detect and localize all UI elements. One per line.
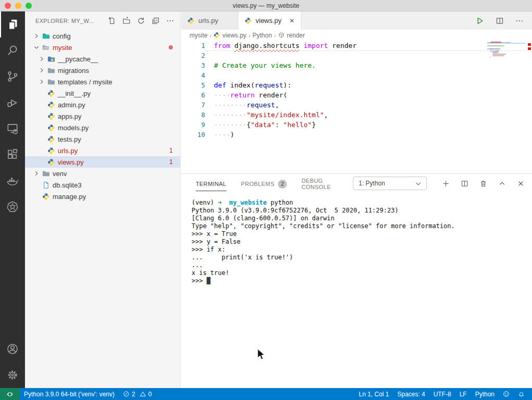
code-line-3[interactable]: 3# Create your views here.	[181, 60, 532, 70]
collapse-all-button[interactable]	[150, 15, 161, 27]
explorer-icon	[6, 18, 20, 31]
editor-tab-views-py[interactable]: views.py✕	[238, 11, 301, 30]
breadcrumb-item-render[interactable]: render	[278, 32, 305, 39]
breadcrumb-item-Python[interactable]: Python	[252, 32, 272, 39]
chevron-spacer	[37, 123, 46, 132]
code-line-10[interactable]: 10····)	[181, 130, 532, 140]
breadcrumb-item-mysite[interactable]: mysite	[189, 32, 208, 39]
new-folder-button[interactable]	[121, 15, 132, 27]
code-token: x is true!	[192, 269, 229, 277]
tree-item-label: __init__.py	[58, 90, 91, 97]
new-terminal-button[interactable]	[440, 178, 451, 189]
tree-item-manage-py[interactable]: manage.py	[25, 191, 180, 202]
code-token: ········	[214, 101, 247, 109]
terminal-picker-dropdown[interactable]: 1: Python	[353, 177, 427, 190]
code-token: ➜	[218, 199, 222, 206]
split-terminal-button[interactable]	[459, 178, 470, 189]
breadcrumb-item-views-py[interactable]: views.py	[213, 32, 246, 39]
activity-extensions-button[interactable]	[0, 142, 25, 168]
problems-count-badge: 2	[278, 180, 287, 189]
notifications-bell-button[interactable]	[514, 388, 529, 400]
status-python-item[interactable]: Python	[471, 388, 499, 400]
tree-item-mysite[interactable]: mysite	[25, 42, 180, 53]
code-text: from django.shortcuts import render	[205, 41, 357, 51]
overview-ruler	[527, 41, 532, 174]
title-bar: views.py — my_website	[0, 0, 532, 11]
code-token: "hello"	[283, 121, 312, 129]
tree-item-config[interactable]: config	[25, 30, 180, 42]
remote-indicator[interactable]	[0, 388, 20, 400]
problems-status[interactable]: 2 0	[119, 388, 156, 400]
status-utf-8-item[interactable]: UTF-8	[429, 388, 455, 400]
panel-tab-terminal[interactable]: TERMINAL	[196, 176, 226, 191]
tree-item-label: admin.py	[58, 101, 85, 109]
activity-kubernetes-button[interactable]	[0, 194, 25, 220]
minimize-window-button[interactable]	[15, 3, 21, 9]
new-file-button[interactable]	[106, 15, 118, 27]
python-interpreter-status[interactable]: Python 3.9.0 64-bit ('venv': venv)	[20, 388, 119, 400]
folder-icon	[47, 66, 55, 74]
code-token: index(	[226, 81, 255, 89]
maximize-panel-button[interactable]	[497, 178, 507, 189]
tree-item--pycache-[interactable]: __pycache__	[25, 53, 180, 65]
tree-item-views-py[interactable]: views.py1	[25, 156, 180, 168]
editor-actions: ⋯	[475, 11, 532, 30]
activity-account-button[interactable]	[0, 336, 25, 362]
close-panel-button[interactable]	[515, 178, 526, 189]
chevron-down-icon	[414, 180, 422, 188]
code-line-6[interactable]: 6····return render(	[181, 90, 532, 100]
code-line-5[interactable]: 5def index(request):	[181, 80, 532, 90]
python-icon	[47, 112, 55, 120]
tree-item-apps-py[interactable]: apps.py	[25, 110, 180, 122]
editor-tab-urls-py[interactable]: urls.py	[181, 11, 238, 30]
terminal-line: (venv) ➜ my_website python	[192, 199, 532, 207]
code-editor[interactable]: 1from django.shortcuts import render23# …	[181, 41, 532, 174]
tree-item-tests-py[interactable]: tests.py	[25, 133, 180, 145]
terminal-output[interactable]: (venv) ➜ my_website pythonPython 3.9.0 (…	[181, 193, 532, 285]
panel-tab-debug-console[interactable]: DEBUG CONSOLE	[301, 173, 353, 194]
activity-search-button[interactable]	[0, 38, 25, 64]
tree-item-templates-mysite[interactable]: templates / mysite	[25, 76, 180, 88]
tree-item-urls-py[interactable]: urls.py1	[25, 145, 180, 156]
status-spaces-item[interactable]: Spaces: 4	[393, 388, 429, 400]
minimap[interactable]	[487, 42, 526, 58]
activity-source-control-button[interactable]	[0, 64, 25, 90]
run-button[interactable]	[475, 16, 485, 26]
tree-item-migrations[interactable]: migrations	[25, 65, 180, 76]
problem-count-badge: 1	[169, 147, 173, 154]
activity-settings-button[interactable]	[0, 362, 25, 388]
status-lf-item[interactable]: LF	[455, 388, 471, 400]
activity-explorer-button[interactable]	[0, 11, 25, 38]
activity-docker-button[interactable]	[0, 168, 25, 194]
python-icon	[47, 123, 55, 132]
activity-run-debug-button[interactable]	[0, 90, 25, 116]
panel-tab-problems[interactable]: PROBLEMS2	[241, 175, 287, 192]
more-button[interactable]: ⋯	[514, 16, 525, 26]
zoom-window-button[interactable]	[26, 3, 32, 9]
close-tab-icon[interactable]: ✕	[289, 17, 295, 24]
tree-item-models-py[interactable]: models.py	[25, 122, 180, 133]
tree-item-db-sqlite3[interactable]: db.sqlite3	[25, 179, 180, 191]
tree-item--init-py[interactable]: __init__.py	[25, 88, 180, 99]
code-line-4[interactable]: 4	[181, 70, 532, 80]
refresh-button[interactable]	[135, 15, 147, 27]
code-line-9[interactable]: 9········{"data": "hello"}	[181, 120, 532, 130]
tree-item-admin-py[interactable]: admin.py	[25, 99, 180, 110]
status-ln-item[interactable]: Ln 1, Col 1	[354, 388, 393, 400]
feedback-button[interactable]	[499, 388, 514, 400]
activity-remote-explorer-button[interactable]	[0, 116, 25, 142]
close-window-button[interactable]	[5, 3, 11, 9]
code-line-1[interactable]: 1from django.shortcuts import render	[181, 41, 532, 51]
more-button[interactable]	[164, 15, 176, 27]
code-text: # Create your views here.	[205, 60, 316, 70]
code-line-8[interactable]: 8········"mysite/index.html",	[181, 110, 532, 120]
kill-terminal-button[interactable]	[478, 178, 488, 189]
code-line-2[interactable]: 2	[181, 51, 532, 60]
terminal-line: ... print('x is true!')	[192, 254, 532, 261]
code-token: request	[255, 81, 283, 89]
status-bar-right: Ln 1, Col 1Spaces: 4UTF-8LFPython	[354, 388, 532, 400]
code-line-7[interactable]: 7········request,	[181, 100, 532, 110]
tree-item-venv[interactable]: venv	[25, 168, 180, 179]
line-number: 9	[181, 120, 205, 130]
split-editor-button[interactable]	[495, 16, 505, 26]
